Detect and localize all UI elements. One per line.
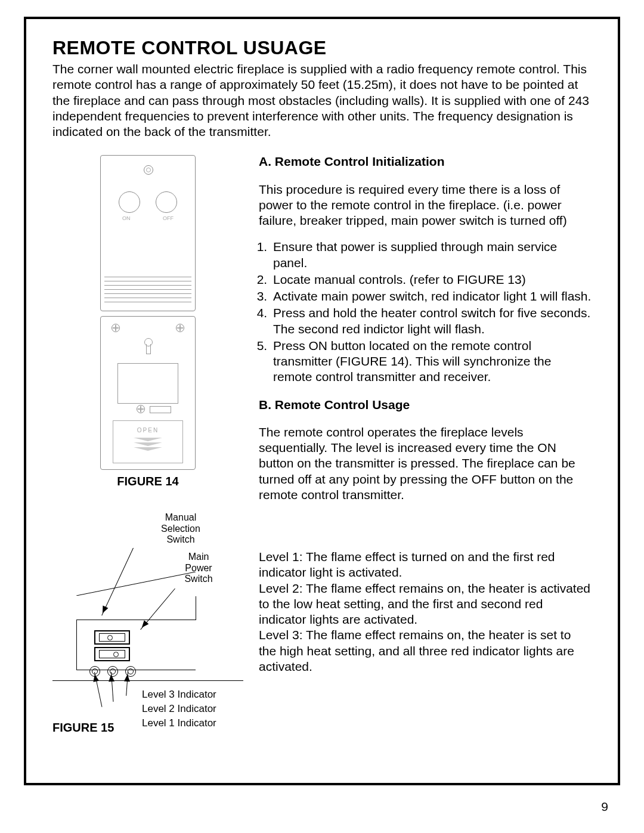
screw-icon xyxy=(176,324,184,332)
levels-description: Level 1: The flame effect is turned on a… xyxy=(259,549,592,674)
step-item: Ensure that power is supplied through ma… xyxy=(271,239,592,271)
battery-open-label: OPEN xyxy=(113,427,182,433)
level-1-indicator-label: Level 1 Indicator xyxy=(142,717,216,729)
figure-15-illustration: Manual Selection Switch Main Power Switc… xyxy=(52,512,243,727)
screw-icon xyxy=(112,324,120,332)
remote-speaker-grill-icon xyxy=(104,273,191,306)
switch-group-icon xyxy=(94,630,130,664)
svg-line-0 xyxy=(76,572,196,596)
section-a-intro: This procedure is required every time th… xyxy=(259,182,592,229)
step-item: Activate main power switch, red indicato… xyxy=(271,289,592,304)
level-3-indicator-label: Level 3 Indicator xyxy=(142,689,216,701)
page-number: 9 xyxy=(601,800,608,814)
remote-led-icon xyxy=(144,165,153,175)
step-item: Locate manual controls. (refer to FIGURE… xyxy=(271,272,592,287)
intro-text: The corner wall mounted electric firepla… xyxy=(52,61,592,140)
page-title: REMOTE CONTROL USUAGE xyxy=(52,37,592,59)
battery-cover-icon: OPEN xyxy=(113,420,183,463)
step-item: Press ON button located on the remote co… xyxy=(271,338,592,385)
section-b-heading: B. Remote Control Usage xyxy=(259,397,592,413)
remote-on-label: ON xyxy=(122,215,131,221)
screw-icon xyxy=(137,405,145,413)
initialization-steps: Ensure that power is supplied through ma… xyxy=(271,239,592,385)
section-b-intro: The remote control operates the fireplac… xyxy=(259,425,592,503)
battery-arrows-icon xyxy=(113,438,182,451)
level-2-indicator-label: Level 2 Indicator xyxy=(142,703,216,715)
figure-14-illustration: ON OFF OPEN xyxy=(100,155,196,470)
step-item: Press and hold the heater control switch… xyxy=(271,305,592,337)
keyhole-icon xyxy=(143,338,153,354)
section-a-heading: A. Remote Control Initialization xyxy=(259,154,592,169)
slot-icon xyxy=(150,406,171,413)
remote-off-label: OFF xyxy=(163,215,174,221)
remote-on-button-icon xyxy=(119,191,140,213)
manual-selection-switch-callout: Manual Selection Switch xyxy=(154,512,208,545)
back-panel-icon xyxy=(117,363,178,404)
remote-off-button-icon xyxy=(156,191,177,213)
figure-15-label: FIGURE 15 xyxy=(52,721,114,735)
figure-14-label: FIGURE 14 xyxy=(52,475,243,488)
